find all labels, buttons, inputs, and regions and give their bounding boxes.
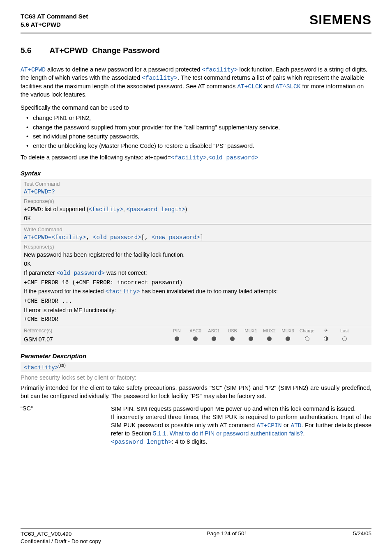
param-body: Primarily intended for the client to tak… — [21, 384, 371, 400]
write-command-label: Write Command — [21, 225, 371, 233]
param-facility-resp[interactable]: <facility> — [89, 206, 123, 213]
param-facility-name[interactable]: <facility> — [24, 364, 58, 371]
cme-error-16: +CME ERROR 16 (+CME ERROR: incorrect pas… — [24, 279, 182, 286]
dot-mux2 — [260, 336, 279, 342]
page-footer: TC63_ATC_V00.490 Confidential / Draft - … — [21, 504, 371, 545]
page-header: TC63 AT Command Set 5.6 AT+CPWD SIEMENS — [21, 12, 371, 32]
spec-intro: Specifically the command can be used to — [21, 104, 371, 112]
section-command: AT+CPWD — [50, 46, 88, 55]
param-oldpassword[interactable]: <old password> — [208, 154, 258, 161]
reference-value-row: GSM 07.07 — [21, 334, 371, 345]
write-command-box: Write Command AT+CPWD=<facility>, <old p… — [21, 224, 371, 326]
doc-subtitle: 5.6 AT+CPWD — [21, 21, 88, 29]
link-what-to-do[interactable]: What to do if PIN or password authentica… — [170, 430, 303, 437]
dot-last — [335, 336, 354, 342]
param-type-sup: (str) — [58, 363, 66, 368]
footer-page: Page 124 of 501 — [207, 530, 247, 545]
bullet-list: change PIN1 or PIN2, change the password… — [21, 113, 371, 150]
link-atd[interactable]: ATD — [291, 422, 301, 429]
reference-label: Reference(s) — [24, 328, 168, 334]
header-left: TC63 AT Command Set 5.6 AT+CPWD — [21, 12, 88, 29]
param-name-box: <facility>(str) — [21, 362, 371, 372]
param-sc-key: “SC“ — [21, 405, 107, 446]
dot-airplane — [317, 336, 335, 342]
param-pwdlen2[interactable]: <password length> — [111, 439, 172, 445]
delete-syntax-line: To delete a password use the following s… — [21, 154, 371, 162]
col-mux2: MUX2 — [260, 328, 279, 333]
intro-paragraph: AT+CPWD allows to define a new password … — [21, 66, 371, 99]
param-intro: Phone security locks set by client or fa… — [21, 374, 371, 381]
test-command: AT+CPWD=? — [21, 188, 371, 196]
reference-dots — [168, 336, 354, 342]
bullet-item: enter the unblocking key (Master Phone C… — [26, 141, 371, 150]
reference-columns: PIN ASC0 ASC1 USB MUX1 MUX2 MUX3 Charge … — [168, 328, 354, 333]
param-sc-value: SIM PIN. SIM requests password upon ME p… — [111, 405, 371, 446]
ok-text: OK — [24, 215, 31, 222]
write-resp-l6: If error is related to ME functionality: — [21, 306, 371, 315]
ok-text2: OK — [24, 261, 31, 267]
reference-value: GSM 07.07 — [24, 336, 168, 343]
dot-mux3 — [279, 336, 297, 342]
test-command-box: Test Command AT+CPWD=? Response(s) +CPWD… — [21, 179, 371, 223]
write-resp-l2: If parameter <old password> was not corr… — [21, 269, 371, 278]
dot-asc0 — [186, 336, 205, 342]
param-desc-heading: Parameter Description — [21, 352, 371, 359]
section-title: Change Password — [92, 46, 160, 55]
section-heading: 5.6 AT+CPWD Change Password — [21, 46, 371, 55]
write-resp-l4: If the password for the selected <facili… — [21, 287, 371, 297]
section-number: 5.6 — [21, 46, 48, 55]
bullet-item: change PIN1 or PIN2, — [26, 113, 371, 122]
col-asc1: ASC1 — [205, 328, 223, 333]
link-section-511[interactable]: 5.1.1 — [153, 430, 166, 437]
col-pin: PIN — [168, 328, 186, 333]
param-oldpw2[interactable]: <old password> — [56, 270, 105, 276]
param-pwdlength[interactable]: <password length> — [127, 206, 185, 213]
test-response: +CPWD:list of supported (<facility>, <pa… — [21, 205, 371, 214]
brand-logo: SIEMENS — [309, 12, 371, 28]
param-facility[interactable]: <facility> — [202, 67, 238, 73]
reference-header-row: Reference(s) PIN ASC0 ASC1 USB MUX1 MUX2… — [21, 327, 371, 334]
syntax-heading: Syntax — [21, 170, 371, 177]
param-facility4[interactable]: <facility> — [105, 288, 140, 295]
write-resp-l1: New password has been registered for the… — [21, 251, 371, 260]
param-sc-row: “SC“ SIM PIN. SIM requests password upon… — [21, 405, 371, 446]
col-asc0: ASC0 — [186, 328, 205, 333]
dot-pin — [168, 336, 186, 342]
write-response-label: Response(s) — [21, 242, 371, 251]
link-atslck[interactable]: AT^SLCK — [276, 83, 301, 90]
col-last: Last — [335, 328, 354, 333]
link-atcpin[interactable]: AT+CPIN — [257, 422, 282, 429]
bullet-item: set individual phone security passwords, — [26, 132, 371, 141]
col-mux3: MUX3 — [279, 328, 297, 333]
footer-doc: TC63_ATC_V00.490 — [21, 530, 101, 538]
doc-title: TC63 AT Command Set — [21, 12, 88, 21]
dot-mux1 — [242, 336, 260, 342]
param-facility2[interactable]: <facility> — [142, 75, 178, 81]
dot-usb — [223, 336, 242, 342]
header-rule — [21, 32, 371, 34]
write-command: AT+CPWD=<facility>, <old password>[, <ne… — [21, 233, 371, 242]
footer-date: 5/24/05 — [353, 530, 371, 545]
dot-asc1 — [205, 336, 223, 342]
link-atclck[interactable]: AT+CLCK — [237, 83, 262, 90]
col-mux1: MUX1 — [242, 328, 260, 333]
param-facility3[interactable]: <facility> — [171, 154, 207, 161]
bullet-item: change the password supplied from your p… — [26, 123, 371, 132]
link-atcpwd[interactable]: AT+CPWD — [21, 67, 46, 73]
col-charge: Charge — [297, 328, 317, 333]
test-command-label: Test Command — [21, 179, 371, 188]
cme-error-dots: +CME ERROR ... — [24, 298, 72, 304]
footer-conf: Confidential / Draft - Do not copy — [21, 538, 101, 545]
col-airplane-icon: ✈ — [317, 328, 335, 333]
dot-charge — [297, 336, 317, 342]
col-usb: USB — [223, 328, 242, 333]
cme-error: +CME ERROR — [24, 316, 58, 322]
response-label: Response(s) — [21, 196, 371, 205]
